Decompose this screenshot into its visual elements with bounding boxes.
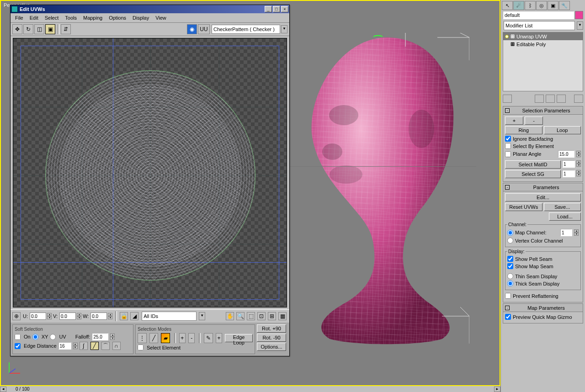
- motion-tab-icon[interactable]: ◎: [536, 1, 547, 10]
- titlebar[interactable]: Edit UVWs _ □ ×: [11, 5, 289, 13]
- mirror-icon[interactable]: ⇵: [61, 24, 71, 34]
- pin-stack-icon[interactable]: [503, 95, 512, 103]
- prevent-reflatten-checkbox[interactable]: [505, 293, 511, 299]
- preview-gizmo-checkbox[interactable]: [505, 314, 511, 320]
- modifier-stack[interactable]: ⊞ Unwrap UVW ⊞ Editable Poly: [503, 32, 583, 91]
- rollout-header[interactable]: - Map Parameters: [503, 304, 583, 312]
- show-pelt-seam-checkbox[interactable]: [507, 256, 513, 262]
- maximize-button[interactable]: □: [273, 6, 280, 12]
- scroll-left-icon[interactable]: ◄: [0, 387, 6, 392]
- edge-loop-button[interactable]: Edge Loop: [225, 334, 253, 342]
- make-unique-icon[interactable]: [546, 95, 555, 103]
- load-button[interactable]: Load...: [549, 212, 581, 221]
- menu-options[interactable]: Options: [106, 14, 129, 21]
- move-icon[interactable]: ✥: [12, 24, 22, 34]
- w-spinner[interactable]: W: ▴▾: [83, 313, 112, 320]
- zoom-extents-icon[interactable]: ⊡: [257, 312, 266, 320]
- sg-input[interactable]: [562, 170, 575, 177]
- select-element-checkbox[interactable]: [138, 344, 144, 350]
- absolute-toggle-icon[interactable]: ⊕: [12, 312, 21, 320]
- scale-icon[interactable]: ◫: [34, 24, 44, 34]
- edit-button[interactable]: Edit...: [505, 193, 581, 201]
- falloff-curve-sharp-icon[interactable]: ⌒: [101, 342, 110, 350]
- create-tab-icon[interactable]: ↖: [502, 1, 513, 10]
- matid-input[interactable]: [562, 160, 575, 168]
- bulb-icon[interactable]: [505, 35, 509, 38]
- select-by-element-checkbox[interactable]: [505, 143, 511, 149]
- u-spinner[interactable]: U: ▴▾: [23, 313, 52, 320]
- pixel-snap-icon[interactable]: ▦: [278, 312, 287, 320]
- dropdown-arrow-icon[interactable]: ▼: [199, 312, 205, 320]
- remove-modifier-icon[interactable]: [557, 95, 566, 103]
- v-spinner[interactable]: V: ▴▾: [53, 313, 81, 320]
- uv-badge[interactable]: UU: [198, 24, 210, 34]
- ring-button[interactable]: Ring: [505, 126, 542, 134]
- rollout-header[interactable]: - Selection Parameters: [503, 106, 583, 115]
- shrink-selection-icon[interactable]: -: [188, 333, 195, 343]
- grow-selection-button[interactable]: +: [505, 117, 523, 125]
- close-button[interactable]: ×: [281, 6, 288, 12]
- modify-tab-icon[interactable]: ☄: [513, 1, 524, 10]
- planar-angle-input[interactable]: [558, 150, 574, 158]
- falloff-curve-dome-icon[interactable]: ∩: [112, 342, 121, 350]
- show-end-result-icon[interactable]: [535, 95, 544, 103]
- display-tab-icon[interactable]: ▣: [548, 1, 558, 10]
- shrink-selection-button[interactable]: -: [525, 117, 543, 125]
- hierarchy-tab-icon[interactable]: ᛒ: [525, 1, 536, 10]
- modifier-item-editable-poly[interactable]: ⊞ Editable Poly: [503, 40, 583, 48]
- uv-editor-window[interactable]: Edit UVWs _ □ × File Edit Select Tools M…: [10, 5, 290, 356]
- paint-icon[interactable]: ◢: [130, 312, 138, 320]
- rollout-header[interactable]: - Parameters: [503, 183, 583, 191]
- edge-distance-checkbox[interactable]: [15, 343, 21, 349]
- vertex-subobj-icon[interactable]: ⋮: [138, 333, 147, 343]
- loop-button[interactable]: Loop: [544, 126, 581, 134]
- dropdown-arrow-icon[interactable]: ▼: [577, 21, 583, 30]
- zoom-region-icon[interactable]: ⬚: [247, 312, 255, 320]
- modifier-list-field[interactable]: Modifier List ▼: [503, 21, 583, 30]
- timeline-scrollbar[interactable]: ◄ 0 / 100 ►: [0, 386, 500, 392]
- menu-tools[interactable]: Tools: [62, 14, 80, 21]
- paint-grow-icon[interactable]: +: [216, 333, 222, 343]
- face-subobj-icon[interactable]: ▰: [161, 333, 170, 343]
- select-matid-button[interactable]: Select MatID: [505, 160, 561, 169]
- save-button[interactable]: Save...: [544, 203, 581, 211]
- lock-icon[interactable]: 🔒: [120, 312, 128, 320]
- rotate-minus90-button[interactable]: Rot. -90: [257, 334, 286, 342]
- modifier-item-unwrap[interactable]: ⊞ Unwrap UVW: [503, 32, 583, 40]
- menu-view[interactable]: View: [153, 14, 169, 21]
- uv-mesh-cluster[interactable]: [45, 70, 255, 281]
- configure-sets-icon[interactable]: [574, 95, 583, 103]
- falloff-curve-linear-icon[interactable]: ╱: [90, 342, 99, 350]
- reset-uvws-button[interactable]: Reset UVWs: [505, 203, 542, 211]
- map-channel-input[interactable]: [560, 229, 572, 236]
- soft-xy-radio[interactable]: [32, 334, 38, 340]
- thin-seam-radio[interactable]: [507, 273, 513, 279]
- options-button[interactable]: Options...: [257, 343, 286, 351]
- scroll-right-icon[interactable]: ►: [494, 387, 500, 392]
- menu-display[interactable]: Display: [130, 14, 152, 21]
- object-color-swatch[interactable]: [575, 11, 583, 19]
- map-toggle-icon[interactable]: ◉: [187, 24, 197, 34]
- grow-selection-icon[interactable]: +: [179, 333, 186, 343]
- vertex-color-radio[interactable]: [507, 238, 513, 244]
- pan-icon[interactable]: ✋: [226, 312, 234, 320]
- menu-edit[interactable]: Edit: [27, 14, 41, 21]
- planar-angle-checkbox[interactable]: [505, 151, 511, 157]
- falloff-input[interactable]: [92, 333, 108, 340]
- show-map-seam-checkbox[interactable]: [507, 263, 513, 269]
- object-name-input[interactable]: [503, 11, 574, 19]
- thick-seam-radio[interactable]: [507, 281, 513, 286]
- matid-dropdown[interactable]: All IDs: [142, 312, 197, 321]
- rotate-plus90-button[interactable]: Rot. +90: [257, 324, 286, 333]
- uv-canvas[interactable]: [13, 38, 287, 307]
- soft-on-checkbox[interactable]: [15, 334, 21, 340]
- freeform-icon[interactable]: ▣: [45, 24, 55, 34]
- utilities-tab-icon[interactable]: 🔧: [559, 1, 570, 10]
- texture-dropdown[interactable]: CheckerPattern ( Checker ): [212, 25, 280, 34]
- soft-uv-radio[interactable]: [50, 334, 56, 340]
- ignore-backfacing-checkbox[interactable]: [505, 136, 511, 142]
- select-sg-button[interactable]: Select SG: [505, 170, 561, 178]
- dropdown-arrow-icon[interactable]: ▼: [281, 25, 287, 33]
- edge-distance-input[interactable]: [58, 342, 71, 350]
- paint-select-icon[interactable]: ✎: [204, 333, 213, 343]
